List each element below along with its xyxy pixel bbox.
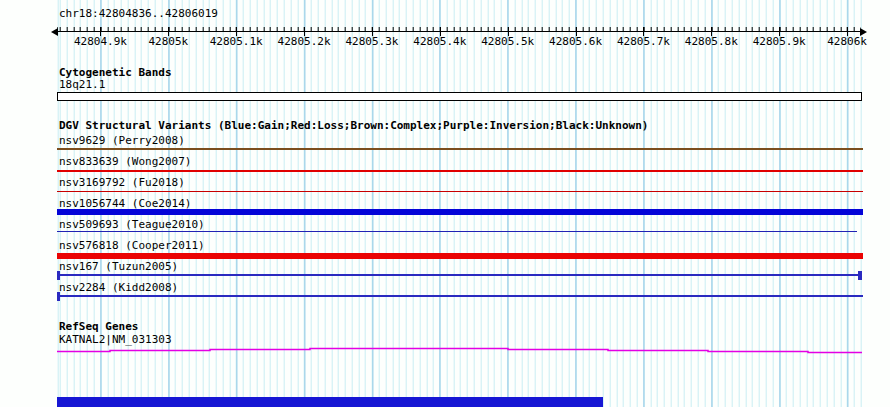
ruler-tick-label: 42805.2k (278, 36, 331, 47)
cytoband-box[interactable] (57, 92, 862, 101)
gene-label[interactable]: KATNAL2|NM_031303 (59, 334, 172, 345)
dgv-track-title: DGV Structural Variants (Blue:Gain;Red:L… (59, 120, 648, 131)
variant-left-cap (57, 292, 60, 301)
variant-left-cap (57, 271, 60, 280)
variant-bar-loss-thick[interactable] (57, 253, 863, 259)
ruler-tick-label: 42805.5k (481, 36, 534, 47)
cytoband-label[interactable]: 18q21.1 (59, 79, 105, 90)
ruler-tick-label: 42805.7k (617, 36, 670, 47)
cytoband-track-title: Cytogenetic Bands (59, 67, 172, 78)
variant-bar-complex[interactable] (57, 148, 863, 150)
ruler-tick-label: 42805k (148, 36, 188, 47)
ruler-minor-ticks (57, 27, 861, 31)
ruler-tick-label: 42806k (827, 36, 867, 47)
variant-bar-loss[interactable] (57, 170, 863, 172)
ruler-tick-label: 42804.9k (74, 36, 127, 47)
refseq-track-title: RefSeq Genes (59, 321, 138, 332)
variant-bar-gain[interactable] (57, 295, 863, 297)
ruler-axis-line (58, 31, 860, 32)
ruler-tick-label: 42805.8k (685, 36, 738, 47)
region-coordinates: chr18:42804836..42806019 (59, 8, 218, 19)
variant-bar-gain[interactable] (57, 231, 857, 232)
variant-label[interactable]: nsv2284 (Kidd2008) (59, 282, 178, 293)
ruler-tick-label: 42805.6k (549, 36, 602, 47)
variant-bar-gain[interactable] (57, 274, 861, 276)
bottom-partial-track-bar[interactable] (57, 397, 603, 407)
ruler-tick-label: 42805.9k (753, 36, 806, 47)
variant-label[interactable]: nsv833639 (Wong2007) (59, 156, 191, 167)
variant-bar-loss[interactable] (57, 191, 863, 192)
ruler-tick-label: 42805.3k (345, 36, 398, 47)
variant-label[interactable]: nsv9629 (Perry2008) (59, 135, 185, 146)
variant-label[interactable]: nsv576818 (Cooper2011) (59, 240, 205, 251)
variant-label[interactable]: nsv3169792 (Fu2018) (59, 177, 185, 188)
variant-label[interactable]: nsv509693 (Teague2010) (59, 219, 205, 230)
variant-bar-gain-thick[interactable] (57, 209, 863, 215)
ruler-tick-label: 42805.1k (210, 36, 263, 47)
variant-label[interactable]: nsv1056744 (Coe2014) (59, 198, 191, 209)
ruler-tick-label: 42805.4k (413, 36, 466, 47)
variant-label[interactable]: nsv167 (Tuzun2005) (59, 261, 178, 272)
genome-browser-canvas: chr18:42804836..42806019 42804.9k42805k4… (0, 0, 890, 407)
variant-right-cap (858, 271, 862, 280)
